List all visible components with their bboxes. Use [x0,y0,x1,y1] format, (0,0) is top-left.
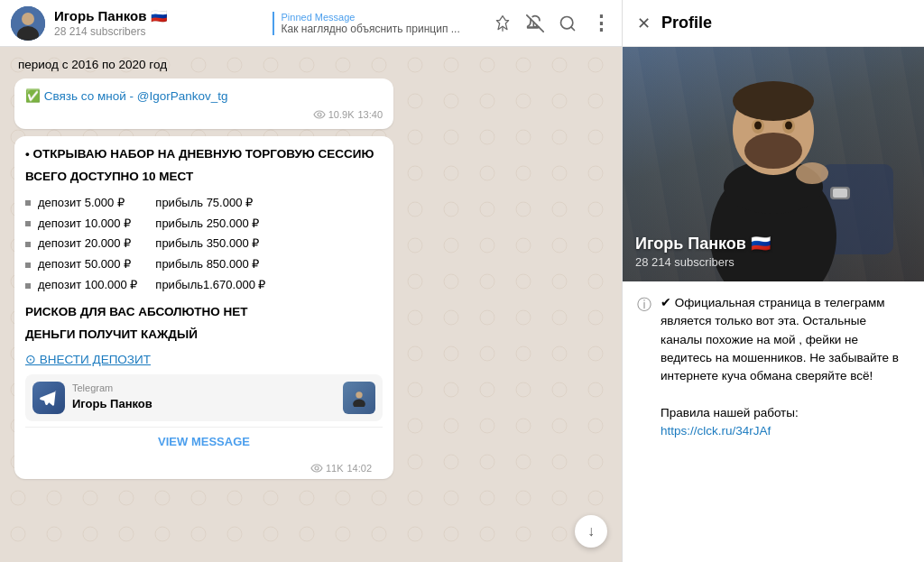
promo-time: 14:02 [346,463,372,474]
chat-header: Игорь Панков 🇷🇺 28 214 subscribers Pinne… [0,0,622,47]
profile-close-button[interactable]: ✕ [637,14,651,33]
avatar-initials [11,6,45,41]
profile-photo: Игорь Панков 🇷🇺 28 214 subscribers [623,47,924,281]
svg-point-9 [356,392,362,398]
promo-no-risk: РИСКОВ ДЛЯ ВАС АБСОЛЮТНО НЕТ [25,303,383,321]
profile-photo-overlay: Игорь Панков 🇷🇺 28 214 subscribers [635,234,771,269]
channel-info[interactable]: Игорь Панков 🇷🇺 28 214 subscribers [54,8,258,38]
svg-point-18 [744,133,802,169]
header-icons: ⋮ [494,12,611,35]
svg-point-2 [22,13,34,25]
profile-photo-subs: 28 214 subscribers [635,255,771,269]
promo-message-content: • ОТКРЫВАЮ НАБОР НА ДНЕВНУЮ ТОРГОВУЮ СЕС… [25,145,383,421]
svg-point-10 [353,399,365,406]
channel-subscribers: 28 214 subscribers [54,25,258,38]
chat-area: период с 2016 по 2020 год ✅ Связь со мно… [0,47,622,562]
info-icon: ⓘ [637,296,651,315]
channel-name: Игорь Панков 🇷🇺 [54,8,258,24]
svg-point-22 [785,122,792,130]
deposit-link[interactable]: ⊙ ВНЕСТИ ДЕПОЗИТ [25,353,151,366]
deposit-table: депозит 5.000 ₽прибыль 75.000 ₽ депозит … [25,193,265,296]
message-content: ✅ Связь со мной - @IgorPankov_tg [25,88,383,106]
svg-point-8 [318,113,321,116]
promo-slots: ВСЕГО ДОСТУПНО 10 МЕСТ [25,168,383,186]
preview-info: Telegram Игорь Панков [72,382,336,413]
svg-line-7 [571,26,575,30]
pinned-text: Как наглядно объяснить принцип ... [282,23,462,35]
promo-header: • ОТКРЫВАЮ НАБОР НА ДНЕВНУЮ ТОРГОВУЮ СЕС… [25,145,383,163]
profile-photo-name: Игорь Панков 🇷🇺 [635,234,771,253]
promo-meta: 11K 14:02 [25,459,383,479]
message-text-top: период с 2016 по 2020 год [14,58,607,71]
profile-description-row: ⓘ ✔ Официальная страница в телеграмм явл… [637,294,910,440]
svg-point-11 [315,466,319,470]
mute-icon[interactable] [526,14,544,32]
more-icon[interactable]: ⋮ [591,12,611,35]
promo-message: • ОТКРЫВАЮ НАБОР НА ДНЕВНУЮ ТОРГОВУЮ СЕС… [14,136,393,479]
pin-icon[interactable] [494,14,512,32]
svg-point-23 [796,162,828,184]
pinned-label: Pinned Message [282,12,485,23]
message-views: 10.9K [313,109,355,120]
telegram-preview: Telegram Игорь Панков [25,374,383,421]
promo-views: 11K [310,463,344,474]
profile-panel: ✕ Profile [623,0,924,562]
profile-info: ⓘ ✔ Официальная страница в телеграмм явл… [623,281,924,562]
profile-header: ✕ Profile [623,0,924,47]
view-message-button[interactable]: VIEW MESSAGE [25,427,383,456]
profile-title: Profile [661,14,712,32]
profile-description: ✔ Официальная страница в телеграмм являе… [661,294,910,440]
scroll-down-button[interactable]: ↓ [575,515,607,548]
svg-point-17 [733,81,814,121]
promo-everyone-gets: ДЕНЬГИ ПОЛУЧИТ КАЖДЫЙ [25,326,383,344]
preview-name: Игорь Панков [72,396,336,413]
svg-point-21 [754,122,762,130]
channel-avatar[interactable] [11,6,45,41]
profile-rules-link[interactable]: https://clck.ru/34rJAf [661,424,771,438]
message-time: 13:40 [357,109,383,120]
svg-rect-25 [833,189,847,198]
preview-source: Telegram [72,382,336,396]
pinned-message-bar[interactable]: Pinned Message Как наглядно объяснить пр… [273,12,485,35]
svg-line-5 [527,14,543,31]
message-meta: 10.9K 13:40 [25,109,383,120]
preview-thumbnail [343,382,375,414]
contact-link[interactable]: ✅ Связь со мной - @IgorPankov_tg [25,89,228,103]
message-item: ✅ Связь со мной - @IgorPankov_tg 10.9K 1… [14,78,393,129]
telegram-icon [32,382,65,414]
chat-panel: Игорь Панков 🇷🇺 28 214 subscribers Pinne… [0,0,623,562]
search-icon[interactable] [559,14,577,32]
